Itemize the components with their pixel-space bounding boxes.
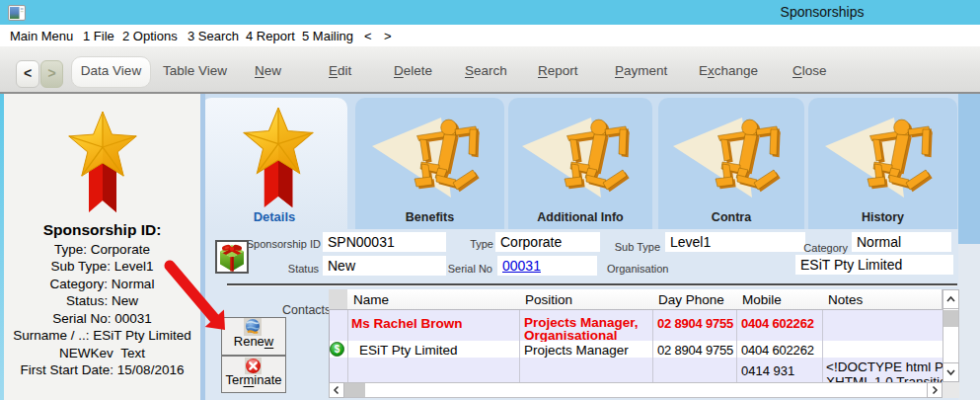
svg-text:$: $ (335, 344, 340, 355)
